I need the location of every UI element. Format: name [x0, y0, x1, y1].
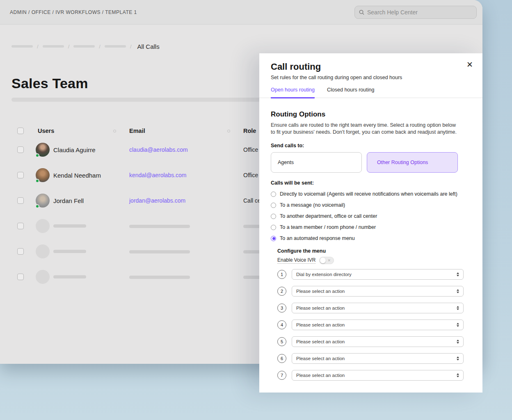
enable-ivr-label: Enable Voice IVR — [277, 257, 315, 264]
row-checkbox[interactable] — [17, 197, 24, 204]
ivr-menu-row: 4Please select an action — [277, 320, 464, 330]
radio-label: Directly to voicemail (Agents will recei… — [280, 191, 457, 197]
search-icon — [359, 9, 364, 15]
name-skeleton — [53, 224, 86, 228]
user-role: Call ce — [243, 197, 261, 204]
action-select[interactable]: Dial by extension directory — [292, 269, 464, 280]
radio-option[interactable]: To a team member / room phone / number — [271, 224, 464, 230]
radio-button[interactable] — [271, 214, 276, 219]
avatar — [36, 194, 50, 208]
email-skeleton — [129, 276, 190, 279]
select-updown-icon — [457, 340, 459, 344]
radio-label: To an automated response menu — [280, 235, 355, 241]
voice-ivr-toggle[interactable]: ✕ — [319, 257, 334, 264]
avatar — [36, 143, 50, 157]
row-checkbox[interactable] — [17, 274, 24, 280]
breadcrumb: ADMIN / OFFICE / IVR WORKFLOWS / TEMPLAT… — [10, 9, 137, 15]
routing-options-description: Ensure calls are routed to the right tea… — [271, 122, 460, 135]
action-select[interactable]: Please select an action — [292, 336, 464, 347]
select-updown-icon — [457, 306, 459, 310]
avatar — [36, 168, 50, 182]
radio-button[interactable] — [271, 203, 276, 208]
online-status-dot — [35, 179, 39, 183]
radio-button[interactable] — [271, 225, 276, 230]
row-checkbox[interactable] — [17, 172, 24, 178]
radio-label: To a message (no voicemail) — [280, 202, 345, 208]
tab-open-hours-routing[interactable]: Open hours routing — [271, 87, 315, 98]
action-select-value: Please select an action — [296, 322, 457, 327]
email-skeleton — [129, 225, 190, 228]
user-role: Office — [243, 172, 258, 178]
send-calls-label: Send calls to: — [271, 143, 464, 148]
close-icon[interactable]: ✕ — [464, 59, 475, 70]
column-header-role[interactable]: Role — [243, 128, 256, 134]
breadcrumb-skeleton — [105, 45, 126, 48]
breadcrumb-skeleton — [43, 45, 64, 48]
user-email-link[interactable]: claudia@aerolabs.com — [129, 146, 188, 153]
action-select-value: Dial by extension directory — [296, 272, 457, 277]
user-email-link[interactable]: jordan@aerolabs.com — [129, 197, 185, 204]
menu-key-badge: 7 — [277, 371, 286, 380]
action-select[interactable]: Please select an action — [292, 370, 464, 381]
row-checkbox[interactable] — [17, 223, 24, 229]
help-center-search[interactable] — [354, 6, 477, 19]
ivr-menu-row: 5Please select an action — [277, 336, 464, 347]
drawer-title: Call routing — [271, 62, 464, 72]
action-select-value: Please select an action — [296, 356, 457, 361]
action-select-value: Please select an action — [296, 373, 457, 378]
secondary-breadcrumb: ////All Calls — [11, 43, 160, 49]
action-select-value: Please select an action — [296, 306, 457, 310]
radio-button[interactable] — [271, 236, 276, 241]
avatar-skeleton — [36, 270, 50, 284]
ivr-menu-row: 6Please select an action — [277, 353, 464, 364]
action-select[interactable]: Please select an action — [292, 303, 464, 313]
avatar-skeleton — [36, 244, 50, 258]
menu-key-badge: 5 — [277, 337, 286, 346]
column-header-email[interactable]: Email — [129, 128, 145, 134]
action-select[interactable]: Please select an action — [292, 353, 464, 364]
radio-option[interactable]: To a message (no voicemail) — [271, 202, 464, 208]
top-bar: ADMIN / OFFICE / IVR WORKFLOWS / TEMPLAT… — [0, 0, 482, 25]
sort-icon[interactable] — [227, 130, 230, 132]
menu-key-badge: 3 — [277, 304, 286, 313]
select-updown-icon — [457, 272, 459, 276]
search-input[interactable] — [367, 9, 472, 16]
calls-sent-label: Calls will be sent: — [271, 180, 464, 186]
user-email-link[interactable]: kendal@aerolabs.com — [129, 172, 187, 178]
radio-option[interactable]: To another department, office or call ce… — [271, 213, 464, 219]
name-skeleton — [53, 250, 86, 253]
select-updown-icon — [457, 356, 459, 361]
breadcrumb-current: All Calls — [137, 43, 160, 50]
online-status-dot — [35, 204, 39, 208]
ivr-menu-row: 2Please select an action — [277, 286, 464, 297]
action-select-value: Please select an action — [296, 339, 457, 344]
page-title: Sales Team — [11, 75, 88, 91]
radio-option[interactable]: To an automated response menu — [271, 235, 464, 241]
select-all-checkbox[interactable] — [17, 128, 24, 134]
action-select[interactable]: Please select an action — [292, 286, 464, 297]
sort-icon[interactable] — [113, 130, 116, 132]
radio-label: To another department, office or call ce… — [280, 213, 377, 219]
email-skeleton — [129, 250, 190, 253]
configure-menu-label: Configure the menu — [277, 248, 464, 254]
radio-option[interactable]: Directly to voicemail (Agents will recei… — [271, 191, 464, 197]
enable-ivr-row: Enable Voice IVR ✕ — [277, 257, 464, 264]
toggle-off-x-icon: ✕ — [327, 258, 331, 262]
column-header-users[interactable]: Users — [38, 128, 54, 134]
row-checkbox[interactable] — [17, 248, 24, 255]
other-routing-options-button[interactable]: Other Routing Options — [367, 152, 458, 173]
call-routing-drawer: ✕ Call routing Set rules for the call ro… — [259, 53, 482, 393]
radio-button[interactable] — [271, 192, 276, 197]
menu-key-badge: 1 — [277, 270, 286, 279]
breadcrumb-skeleton — [11, 45, 33, 48]
send-calls-options: AgentsOther Routing Options — [271, 152, 464, 173]
select-updown-icon — [457, 289, 459, 293]
name-skeleton — [53, 275, 86, 278]
tab-closed-hours-routing[interactable]: Closed hours routing — [327, 87, 374, 98]
agents-button[interactable]: Agents — [271, 152, 362, 173]
select-updown-icon — [457, 373, 459, 377]
row-checkbox[interactable] — [17, 146, 24, 153]
calls-sent-radio-group: Directly to voicemail (Agents will recei… — [271, 191, 464, 241]
user-role: Office — [243, 146, 258, 153]
action-select[interactable]: Please select an action — [292, 320, 464, 330]
